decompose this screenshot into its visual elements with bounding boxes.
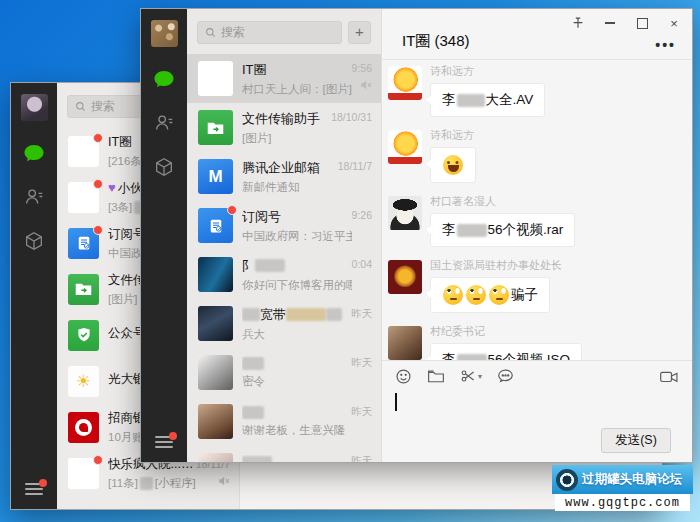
avatar (68, 274, 99, 305)
item-name: 阝 (242, 257, 352, 275)
contacts-tab-icon[interactable] (152, 111, 176, 135)
item-time: 昨天 (351, 454, 372, 462)
smiley-icon (395, 368, 412, 385)
avatar (198, 306, 233, 341)
send-button[interactable]: 发送(S) (601, 428, 671, 453)
video-camera-icon (659, 368, 679, 385)
avatar-wrapper (198, 355, 233, 390)
redacted-text (457, 224, 487, 237)
chat-pane: × ••• IT圈 (348) 诗和远方李大全.AV诗和远方村口著名湿人李56个… (381, 9, 692, 462)
message-bubble[interactable]: 李大全.AV (430, 83, 545, 117)
contacts-tab-icon[interactable] (22, 185, 46, 209)
front-user-avatar[interactable] (151, 20, 178, 47)
item-subtitle: 村口天上人间：[图片] (242, 82, 352, 97)
mute-icon (218, 475, 230, 487)
avatar-wrapper (198, 404, 233, 439)
chat-list-item[interactable]: IT圈村口天上人间：[图片]9:56 (187, 54, 381, 103)
avatar (198, 355, 233, 390)
item-subtitle: [图片] (242, 131, 331, 146)
chat-list-item[interactable]: 订阅号中国政府网：习近平主席...9:26 (187, 201, 381, 250)
chat-message: 村纪委书记李56个视频.ISO (388, 324, 678, 360)
avatar (198, 61, 233, 96)
message-list[interactable]: 诗和远方李大全.AV诗和远方村口著名湿人李56个视频.rar国土资源局驻村办事处… (382, 60, 692, 360)
chat-message: 国土资源局驻村办事处处长骗子 (388, 258, 678, 313)
avatar-wrapper (198, 208, 233, 243)
chat-list-item[interactable]: 谢谢老板，生意兴隆昨天 (187, 397, 381, 446)
message-content: 诗和远方李大全.AV (430, 64, 545, 117)
text-fragment: 密令 (242, 374, 265, 389)
text-fragment: [11条] (108, 476, 138, 491)
message-bubble[interactable]: 骗子 (430, 277, 550, 313)
avatar-wrapper (198, 110, 233, 145)
back-menu-button[interactable] (25, 483, 43, 495)
folder-icon (427, 368, 445, 384)
chat-list-item[interactable]: M腾讯企业邮箱新邮件通知18/11/7 (187, 152, 381, 201)
message-bubble[interactable]: 李56个视频.ISO (430, 343, 582, 360)
redacted-text (457, 94, 485, 107)
unread-badge (93, 179, 103, 189)
chat-more-button[interactable]: ••• (655, 37, 676, 53)
item-meta: 18/10/31 (331, 103, 372, 123)
pin-window-button[interactable] (570, 15, 586, 31)
item-meta: 昨天 (351, 299, 372, 321)
eyeroll-emoji-icon (443, 285, 463, 305)
avatar (388, 66, 422, 100)
collections-tab-icon[interactable] (22, 229, 46, 253)
avatar (198, 453, 233, 462)
item-time: 昨天 (351, 307, 372, 321)
message-input[interactable] (382, 391, 692, 428)
send-file-button[interactable] (427, 368, 445, 384)
item-text (242, 455, 351, 462)
item-name (242, 405, 351, 420)
front-sidebar (141, 9, 187, 462)
avatar-wrapper (68, 320, 99, 351)
front-search-input[interactable]: 搜索 (197, 21, 342, 44)
chat-list-item[interactable]: 昨天 (187, 446, 381, 462)
back-user-avatar[interactable] (21, 94, 48, 121)
mute-wrapper (360, 79, 372, 91)
avatar-wrapper (68, 458, 99, 489)
unread-badge (227, 205, 237, 215)
chat-tab-icon[interactable] (22, 141, 46, 165)
wechat-window-front[interactable]: 搜索 + IT圈村口天上人间：[图片]9:56文件传输助手[图片]18/10/3… (140, 8, 693, 463)
mute-wrapper (218, 475, 230, 487)
collections-tab-icon[interactable] (152, 155, 176, 179)
add-chat-button[interactable]: + (348, 21, 371, 44)
laugh-emoji-icon (443, 155, 463, 175)
chat-tab-icon[interactable] (152, 67, 176, 91)
chat-list-item[interactable]: 宽带兵大昨天 (187, 299, 381, 348)
message-bubble[interactable]: 李56个视频.rar (430, 213, 575, 247)
item-meta: 9:56 (352, 54, 372, 91)
close-button[interactable]: × (666, 15, 682, 31)
text-fragment: [图片] (242, 131, 271, 146)
search-icon (205, 27, 216, 38)
video-call-button[interactable] (659, 368, 679, 385)
emoji-picker-button[interactable] (395, 368, 412, 385)
front-menu-button[interactable] (155, 436, 173, 448)
message-bubble[interactable] (430, 147, 476, 183)
item-subtitle: 中国政府网：习近平主席... (242, 229, 352, 244)
message-content: 村纪委书记李56个视频.ISO (430, 324, 582, 360)
avatar: ☀ (68, 366, 99, 397)
mute-icon (360, 79, 372, 91)
chevron-down-icon: ▾ (478, 372, 482, 381)
chat-history-button[interactable] (497, 368, 514, 384)
chat-list-item[interactable]: 文件传输助手[图片]18/10/31 (187, 103, 381, 152)
text-fragment: 李 (442, 91, 456, 109)
unread-badge (93, 225, 103, 235)
text-fragment: [图片] (108, 292, 137, 307)
text-fragment: [3条] (108, 200, 132, 215)
avatar-wrapper (198, 453, 233, 462)
avatar-wrapper (68, 274, 99, 305)
chat-list-item[interactable]: 阝你好问下你博客用的哪家...0:04 (187, 250, 381, 299)
avatar-wrapper (68, 412, 99, 443)
contacts-icon (153, 112, 175, 134)
chat-title: IT圈 (348) (402, 32, 470, 51)
screenshot-button[interactable]: ▾ (460, 368, 482, 384)
minimize-button[interactable] (602, 15, 618, 31)
item-name: 订阅号 (242, 208, 352, 226)
redacted-text (140, 477, 153, 490)
maximize-button[interactable] (634, 15, 650, 31)
chat-list-item[interactable]: 密令昨天 (187, 348, 381, 397)
item-name: 文件传输助手 (242, 110, 331, 128)
